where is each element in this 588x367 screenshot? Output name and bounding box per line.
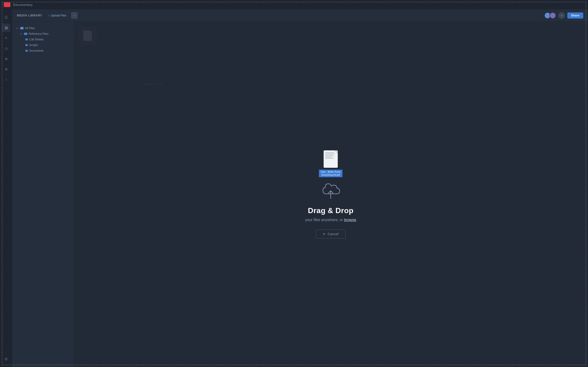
tree-item-all-files[interactable]: ▼ All Files bbox=[12, 25, 73, 31]
drag-file-label: Hulu - Better Ruins Everything.AV.pdf bbox=[319, 170, 342, 177]
content-header: MEDIA LIBRARY ↑ Upload Files ⋯ ≡ Share bbox=[12, 9, 588, 22]
list-view-button[interactable]: ≡ bbox=[558, 12, 565, 19]
sidebar-icon-menu[interactable]: ☰ bbox=[2, 13, 10, 22]
cancel-label: Cancel bbox=[328, 232, 339, 236]
tree-item-documents[interactable]: Documents bbox=[12, 48, 73, 54]
cancel-button[interactable]: ✕ Cancel bbox=[316, 230, 345, 239]
upload-files-button[interactable]: ↑ Upload Files bbox=[48, 14, 66, 17]
drop-overlay: Hulu - Better Ruins Everything.AV.pdf bbox=[73, 22, 588, 367]
avatar-group bbox=[544, 12, 556, 19]
top-bar: Documentary bbox=[0, 0, 588, 9]
sidebar-icon-settings[interactable]: ⚙ bbox=[2, 355, 10, 363]
body-layout: ▼ All Files ▼ Reference Files Call Sheet… bbox=[12, 22, 588, 367]
upload-icon: ↑ bbox=[48, 14, 49, 17]
scripts-label: Scripts bbox=[29, 43, 38, 47]
upload-cloud-icon bbox=[319, 181, 342, 201]
drop-subtitle-text: your files anywhere, or bbox=[305, 218, 344, 222]
drag-file: Hulu - Better Ruins Everything.AV.pdf bbox=[319, 150, 342, 177]
app-title: Documentary bbox=[13, 3, 33, 7]
tree-item-call-sheets[interactable]: Call Sheets bbox=[12, 37, 73, 42]
sidebar-icon-music[interactable]: ♪ bbox=[2, 75, 10, 84]
sidebar-icon-add[interactable]: ⊕ bbox=[2, 65, 10, 73]
drop-title: Drag & Drop bbox=[308, 206, 354, 215]
media-library-label: MEDIA LIBRARY bbox=[17, 14, 42, 17]
drag-file-icon bbox=[324, 150, 338, 168]
sidebar-icon-grid[interactable]: ⊞ bbox=[2, 24, 10, 32]
sidebar-icon-list[interactable]: ≡ bbox=[2, 34, 10, 42]
tree-item-reference-files[interactable]: ▼ Reference Files bbox=[12, 31, 73, 37]
folder-icon-all-files bbox=[20, 27, 24, 29]
sidebar-icon-close[interactable]: ⊗ bbox=[2, 55, 10, 63]
tree-toggle-all-files: ▼ bbox=[16, 27, 19, 30]
tree-item-scripts[interactable]: Scripts bbox=[12, 42, 73, 48]
file-tree: ▼ All Files ▼ Reference Files Call Sheet… bbox=[12, 22, 73, 367]
browse-link[interactable]: browse bbox=[344, 218, 356, 222]
call-sheets-label: Call Sheets bbox=[29, 38, 43, 41]
tree-toggle-reference-files: ▼ bbox=[20, 33, 23, 35]
main-content: MEDIA LIBRARY ↑ Upload Files ⋯ ≡ Share ▼… bbox=[12, 9, 588, 367]
upload-label: Upload Files bbox=[51, 14, 66, 17]
folder-icon-reference-files bbox=[24, 33, 27, 35]
drop-subtitle: your files anywhere, or browse bbox=[305, 218, 356, 222]
documents-label: Documents bbox=[29, 49, 43, 52]
folder-icon-call-sheets bbox=[26, 39, 28, 40]
share-button[interactable]: Share bbox=[567, 12, 583, 18]
reference-files-label: Reference Files bbox=[29, 32, 48, 35]
cancel-icon: ✕ bbox=[323, 232, 326, 236]
folder-icon-scripts bbox=[26, 44, 28, 46]
header-right: ≡ Share bbox=[544, 12, 583, 19]
file-content: Reference Files Hulu - Better Ruins bbox=[73, 22, 588, 367]
folder-icon-documents bbox=[26, 50, 28, 52]
sidebar-icon-clock[interactable]: ◷ bbox=[2, 44, 10, 53]
app-logo bbox=[4, 2, 10, 7]
avatar-2 bbox=[549, 12, 556, 19]
left-sidebar: ☰ ⊞ ≡ ◷ ⊗ ⊕ ♪ ⚙ bbox=[0, 9, 12, 367]
all-files-label: All Files bbox=[25, 26, 35, 30]
options-button[interactable]: ⋯ bbox=[71, 12, 78, 19]
